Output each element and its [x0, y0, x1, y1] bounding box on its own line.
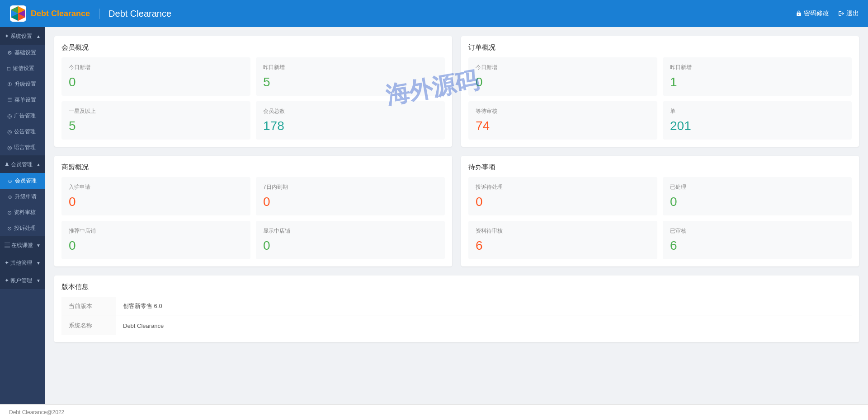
sidebar-section-course: ▤ 在线课堂 ▼ [0, 236, 45, 254]
sidebar-item-upgrade[interactable]: ① 升级设置 [0, 76, 45, 92]
upgrade-icon: ① [7, 81, 12, 88]
pending-profile-label: 资料待审核 [476, 227, 650, 235]
sidebar-item-basic[interactable]: ⚙ 基础设置 [0, 45, 45, 61]
pending-reviewed-value: 6 [670, 238, 844, 253]
notice-icon: ◎ [7, 129, 12, 135]
order-stat-today: 今日新增 0 [468, 57, 657, 96]
order-stat-total: 单 201 [663, 101, 852, 140]
chevron-down-icon: ▼ [36, 243, 41, 248]
header: Debt Clearance Debt Clearance 密码修改 退出 [0, 0, 868, 27]
pending-stat-reviewed: 已审核 6 [663, 221, 852, 259]
dashboard-row-1: 会员概况 今日新增 0 昨日新增 5 一星及以上 5 [54, 36, 859, 147]
sidebar-item-complaint[interactable]: ⊙ 投诉处理 [0, 220, 45, 236]
header-title: Debt Clearance [99, 9, 171, 19]
member-stat-today: 今日新增 0 [61, 57, 250, 96]
version-title: 版本信息 [61, 283, 852, 291]
member-today-value: 0 [69, 75, 243, 89]
member-star-label: 一星及以上 [69, 107, 243, 115]
sidebar-section-course-header[interactable]: ▤ 在线课堂 ▼ [0, 236, 45, 254]
version-key-name: 系统名称 [61, 316, 116, 336]
member-today-label: 今日新增 [69, 64, 243, 71]
merchant-overview-panel: 商盟概况 入驻申请 0 7日内到期 0 推荐中店铺 0 [54, 156, 452, 266]
logo: Debt Clearance [9, 5, 90, 23]
member-total-label: 会员总数 [263, 107, 438, 115]
sidebar-section-other: ✦ 其他管理 ▼ [0, 254, 45, 271]
order-stats-grid: 今日新增 0 昨日新增 1 等待审核 74 单 [468, 57, 852, 140]
merchant-stat-showing: 显示中店铺 0 [256, 221, 445, 259]
merchant-stat-recommended: 推荐中店铺 0 [61, 221, 250, 259]
upgrade-apply-icon: ☺ [7, 194, 13, 200]
order-today-value: 0 [476, 75, 650, 89]
member-total-value: 178 [263, 119, 438, 133]
pending-stat-complaint: 投诉待处理 0 [468, 177, 657, 215]
change-password-button[interactable]: 密码修改 [796, 9, 829, 18]
order-yesterday-label: 昨日新增 [670, 64, 844, 71]
member-yesterday-value: 5 [263, 75, 438, 89]
member-stat-yesterday: 昨日新增 5 [256, 57, 445, 96]
logo-text: Debt Clearance [31, 9, 90, 19]
pending-items-title: 待办事项 [468, 163, 852, 172]
order-stat-yesterday: 昨日新增 1 [663, 57, 852, 96]
version-row-name: 系统名称 Debt Clearance [61, 316, 852, 336]
sidebar-section-member: ♟ 会员管理 ▲ ☺ 会员管理 ☺ 升级申请 ⊙ 资料审核 ⊙ 投诉处理 [0, 155, 45, 236]
member-overview-title: 会员概况 [61, 43, 445, 52]
merchant-stat-apply: 入驻申请 0 [61, 177, 250, 215]
member-icon: ☺ [7, 178, 13, 184]
version-table: 当前版本 创客新零售 6.0 系统名称 Debt Clearance [61, 297, 852, 335]
logo-icon [9, 5, 27, 23]
member-yesterday-label: 昨日新增 [263, 64, 438, 71]
sidebar-item-sms[interactable]: □ 短信设置 [0, 61, 45, 76]
member-stat-total: 会员总数 178 [256, 101, 445, 140]
footer: Debt Clearance@2022 [0, 404, 868, 420]
order-pending-value: 74 [476, 119, 650, 133]
chevron-down-icon-2: ▼ [36, 261, 41, 266]
menu-icon: ☰ [7, 97, 12, 103]
ad-icon: ◎ [7, 113, 12, 119]
sidebar-section-member-header[interactable]: ♟ 会员管理 ▲ [0, 155, 45, 173]
pending-items-panel: 待办事项 投诉待处理 0 已处理 0 资料待审核 6 [461, 156, 859, 266]
pending-complaint-value: 0 [476, 195, 650, 209]
sidebar-section-system: ✦ 系统设置 ▲ ⚙ 基础设置 □ 短信设置 ① 升级设置 ☰ 菜单设置 [0, 27, 45, 155]
sidebar-item-notice[interactable]: ◎ 公告管理 [0, 124, 45, 140]
merchant-stats-grid: 入驻申请 0 7日内到期 0 推荐中店铺 0 显示中店铺 [61, 177, 445, 259]
sidebar-item-profile-review[interactable]: ⊙ 资料审核 [0, 205, 45, 220]
pending-stats-grid: 投诉待处理 0 已处理 0 资料待审核 6 已审核 [468, 177, 852, 259]
sidebar-section-account: ✦ 账户管理 ▼ [0, 271, 45, 289]
merchant-apply-label: 入驻申请 [69, 183, 243, 191]
version-value-current: 创客新零售 6.0 [116, 297, 852, 316]
sidebar-section-other-header[interactable]: ✦ 其他管理 ▼ [0, 254, 45, 271]
order-stat-pending: 等待审核 74 [468, 101, 657, 140]
main-layout: ✦ 系统设置 ▲ ⚙ 基础设置 □ 短信设置 ① 升级设置 ☰ 菜单设置 [0, 27, 868, 404]
logout-button[interactable]: 退出 [838, 9, 859, 18]
header-actions: 密码修改 退出 [796, 9, 859, 18]
sidebar-item-language[interactable]: ◎ 语言管理 [0, 140, 45, 155]
merchant-expiry-label: 7日内到期 [263, 183, 438, 191]
main-content: 会员概况 今日新增 0 昨日新增 5 一星及以上 5 [45, 27, 868, 404]
sidebar-item-menu[interactable]: ☰ 菜单设置 [0, 92, 45, 108]
version-value-name: Debt Clearance [116, 316, 852, 336]
sidebar-item-ad[interactable]: ◎ 广告管理 [0, 108, 45, 124]
chevron-up-icon-2: ▲ [36, 162, 41, 167]
member-star-value: 5 [69, 119, 243, 133]
pending-stat-profile: 资料待审核 6 [468, 221, 657, 259]
order-today-label: 今日新增 [476, 64, 650, 71]
version-panel: 版本信息 当前版本 创客新零售 6.0 系统名称 Debt Clearance [54, 275, 859, 342]
pending-profile-value: 6 [476, 238, 650, 253]
settings-icon: ⚙ [7, 50, 12, 56]
order-yesterday-value: 1 [670, 75, 844, 89]
version-key-current: 当前版本 [61, 297, 116, 316]
merchant-recommended-label: 推荐中店铺 [69, 227, 243, 235]
version-row-current: 当前版本 创客新零售 6.0 [61, 297, 852, 316]
lock-icon [796, 10, 802, 17]
sidebar-section-account-header[interactable]: ✦ 账户管理 ▼ [0, 271, 45, 289]
sidebar-item-upgrade-apply[interactable]: ☺ 升级申请 [0, 189, 45, 205]
sidebar-item-member-list[interactable]: ☺ 会员管理 [0, 173, 45, 189]
order-overview-panel: 订单概况 今日新增 0 昨日新增 1 等待审核 74 [461, 36, 859, 147]
merchant-expiry-value: 0 [263, 195, 438, 209]
sidebar-section-system-header[interactable]: ✦ 系统设置 ▲ [0, 27, 45, 45]
pending-stat-handled: 已处理 0 [663, 177, 852, 215]
order-total-value: 201 [670, 119, 844, 133]
review-icon: ⊙ [7, 210, 12, 216]
order-overview-title: 订单概况 [468, 43, 852, 52]
pending-reviewed-label: 已审核 [670, 227, 844, 235]
